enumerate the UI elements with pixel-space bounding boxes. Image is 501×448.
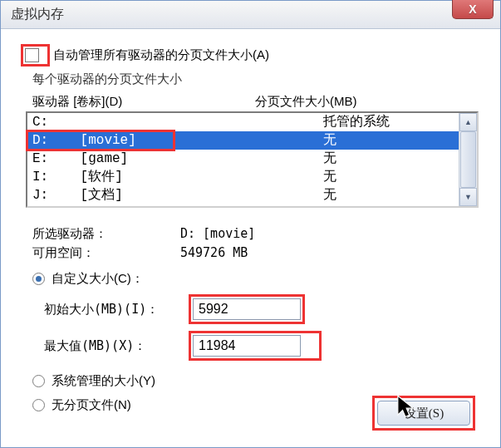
auto-manage-label: 自动管理所有驱动器的分页文件大小(A) — [53, 47, 269, 63]
header-drive: 驱动器 [卷标](D) — [32, 94, 255, 110]
scroll-thumb[interactable] — [460, 131, 476, 188]
set-button[interactable]: 设置(S) — [377, 401, 470, 426]
auto-manage-checkbox[interactable] — [25, 48, 39, 62]
system-managed-radio[interactable] — [32, 375, 45, 387]
system-managed-label: 系统管理的大小(Y) — [52, 373, 155, 389]
list-item[interactable]: J: [文档] 无 — [27, 186, 459, 204]
max-size-input[interactable] — [193, 335, 301, 357]
scroll-track[interactable] — [459, 131, 477, 188]
virtual-memory-dialog: 虚拟内存 X 自动管理所有驱动器的分页文件大小(A) 每个驱动器的分页文件大小 … — [0, 0, 501, 448]
initial-size-row: 初始大小(MB)(I)： — [44, 295, 480, 323]
initial-size-input[interactable] — [193, 298, 301, 320]
scrollbar[interactable]: ▲ ▼ — [459, 113, 477, 206]
window-title: 虚拟内存 — [11, 6, 64, 23]
initial-size-label: 初始大小(MB)(I)： — [44, 302, 189, 318]
list-item[interactable]: C: 托管的系统 — [27, 113, 459, 131]
scroll-down-button[interactable]: ▼ — [459, 188, 477, 206]
titlebar[interactable]: 虚拟内存 X — [1, 1, 500, 29]
highlight-box-initial — [189, 294, 305, 324]
no-paging-label: 无分页文件(N) — [52, 397, 131, 413]
list-item[interactable]: E: [game] 无 — [27, 150, 459, 168]
per-drive-label: 每个驱动器的分页文件大小 — [32, 71, 480, 87]
scroll-up-button[interactable]: ▲ — [459, 113, 477, 131]
custom-size-radio-row: 自定义大小(C)： — [32, 271, 480, 287]
max-size-label: 最大值(MB)(X)： — [44, 338, 189, 354]
auto-manage-row: 自动管理所有驱动器的分页文件大小(A) — [21, 44, 480, 66]
drive-listbox[interactable]: C: 托管的系统 D: [movie] 无 E: [game] 无 I: [软件… — [26, 111, 479, 208]
chevron-up-icon: ▲ — [464, 118, 472, 126]
available-space-label: 可用空间： — [32, 245, 180, 261]
highlight-box-checkbox — [21, 44, 50, 66]
dialog-content: 自动管理所有驱动器的分页文件大小(A) 每个驱动器的分页文件大小 驱动器 [卷标… — [1, 29, 500, 423]
header-pagefile: 分页文件大小(MB) — [255, 94, 357, 110]
highlight-box-max — [189, 331, 322, 361]
highlight-box-set-button: 设置(S) — [372, 396, 475, 431]
system-managed-radio-row: 系统管理的大小(Y) — [32, 373, 480, 389]
drive-list-inner: C: 托管的系统 D: [movie] 无 E: [game] 无 I: [软件… — [27, 113, 459, 206]
close-icon: X — [469, 2, 476, 16]
list-headers: 驱动器 [卷标](D) 分页文件大小(MB) — [21, 94, 480, 110]
max-size-row: 最大值(MB)(X)： — [44, 332, 480, 360]
no-paging-radio[interactable] — [32, 399, 45, 411]
selected-drive-label: 所选驱动器： — [32, 226, 180, 242]
close-button[interactable]: X — [452, 0, 494, 19]
available-space-value: 549726 MB — [180, 245, 248, 261]
list-item[interactable]: D: [movie] 无 — [27, 131, 459, 150]
list-item[interactable]: I: [软件] 无 — [27, 168, 459, 186]
selected-drive-info: 所选驱动器： D: [movie] 可用空间： 549726 MB — [32, 226, 480, 261]
selected-drive-value: D: [movie] — [180, 226, 255, 242]
custom-size-label: 自定义大小(C)： — [52, 271, 144, 287]
custom-size-radio[interactable] — [32, 273, 45, 285]
chevron-down-icon: ▼ — [464, 193, 472, 201]
